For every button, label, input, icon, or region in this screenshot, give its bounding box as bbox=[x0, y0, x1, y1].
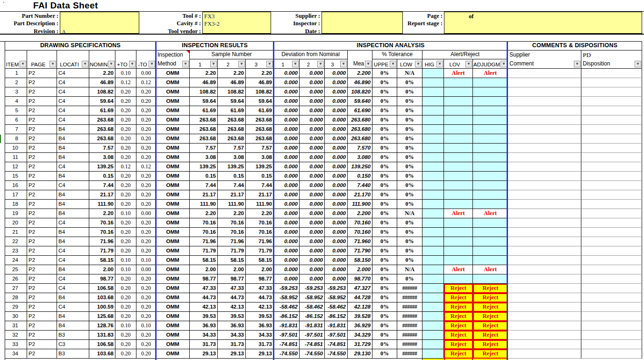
cell-method[interactable]: OMM bbox=[156, 115, 190, 125]
cell-sample-1[interactable]: 59.64 bbox=[190, 97, 218, 106]
cell-sample-3[interactable]: 139.25 bbox=[246, 162, 274, 172]
cell-deviation-1[interactable]: 0.000 bbox=[274, 228, 300, 237]
cell-adjudgement[interactable] bbox=[473, 125, 508, 134]
cell-minus-tol[interactable]: 0.20 bbox=[136, 218, 156, 228]
cell-method[interactable]: OMM bbox=[156, 69, 190, 78]
cell-deviation-1[interactable]: 0.000 bbox=[274, 265, 300, 274]
cell-upper-tolerance[interactable]: 0% bbox=[372, 125, 397, 134]
cell-deviation-1[interactable]: 0.000 bbox=[274, 218, 300, 228]
cell-plus-tol[interactable]: 0.20 bbox=[115, 228, 136, 237]
cell-plus-tol[interactable]: 0.20 bbox=[115, 331, 136, 340]
cell-page[interactable]: P2 bbox=[27, 153, 57, 162]
cell-adjudgement[interactable] bbox=[473, 246, 508, 256]
cell-mean[interactable]: 70.160 bbox=[348, 218, 372, 228]
cell-low[interactable] bbox=[444, 97, 473, 106]
cell-location[interactable]: B3 bbox=[57, 349, 89, 359]
cell-sample-2[interactable]: 46.89 bbox=[218, 78, 246, 87]
cell-sample-2[interactable]: 2.20 bbox=[218, 209, 246, 218]
cell-deviation-2[interactable]: 0.000 bbox=[300, 134, 325, 144]
cell-upper-tolerance[interactable]: 0% bbox=[372, 246, 397, 256]
cell-upper-tolerance[interactable]: 0% bbox=[372, 134, 397, 144]
cell-page[interactable]: P2 bbox=[27, 69, 57, 78]
cell-mean[interactable]: 263.680 bbox=[348, 125, 372, 134]
cell-sample-1[interactable]: 34.33 bbox=[190, 331, 218, 340]
cell-minus-tol[interactable]: 0.20 bbox=[136, 172, 156, 181]
cell-pd-disposition[interactable] bbox=[581, 312, 642, 321]
cell-upper-tolerance[interactable]: 0% bbox=[372, 209, 397, 218]
cell-low[interactable]: Reject bbox=[444, 331, 473, 340]
cell-pd-disposition[interactable] bbox=[581, 209, 642, 218]
cell-adjudgement[interactable]: Reject bbox=[473, 331, 508, 340]
cell-deviation-2[interactable]: -58.952 bbox=[300, 293, 325, 302]
cell-low[interactable] bbox=[444, 144, 473, 153]
cell-low[interactable] bbox=[444, 172, 473, 181]
cell-low[interactable] bbox=[444, 153, 473, 162]
cell-minus-tol[interactable]: 0.00 bbox=[136, 209, 156, 218]
cell-upper-tolerance[interactable]: 0% bbox=[372, 284, 397, 293]
cell-low[interactable] bbox=[444, 162, 473, 172]
cell-adjudgement[interactable] bbox=[473, 153, 508, 162]
cell-pd-disposition[interactable] bbox=[581, 125, 642, 134]
cell-plus-tol[interactable]: 0.10 bbox=[115, 265, 136, 274]
cell-sample-1[interactable]: 139.25 bbox=[190, 162, 218, 172]
filter-dropdown-icon[interactable]: ▼ bbox=[20, 61, 26, 67]
cell-nominal[interactable]: 131.83 bbox=[89, 331, 115, 340]
cell-sample-3[interactable]: 111.90 bbox=[246, 200, 274, 209]
cell-page[interactable]: P2 bbox=[27, 228, 57, 237]
cell-supplier-comment[interactable] bbox=[508, 190, 581, 200]
cell-upper-tolerance[interactable]: 0% bbox=[372, 87, 397, 97]
filter-dropdown-icon[interactable]: ▼ bbox=[50, 61, 56, 67]
cell-deviation-2[interactable]: 0.000 bbox=[300, 228, 325, 237]
cell-low[interactable] bbox=[444, 256, 473, 265]
cell-minus-tol[interactable]: 0.20 bbox=[136, 331, 156, 340]
cell-nominal[interactable]: 111.90 bbox=[89, 200, 115, 209]
cell-supplier-comment[interactable] bbox=[508, 134, 581, 144]
cell-lower-tolerance[interactable]: 0% bbox=[397, 218, 422, 228]
cell-item[interactable]: 32 bbox=[5, 331, 27, 340]
cell-low[interactable]: Alert bbox=[444, 69, 473, 78]
cell-minus-tol[interactable]: 0.20 bbox=[136, 302, 156, 312]
cell-high[interactable] bbox=[422, 209, 444, 218]
cell-minus-tol[interactable]: 0.20 bbox=[136, 246, 156, 256]
cell-deviation-3[interactable]: 0.000 bbox=[325, 228, 348, 237]
cell-sample-3[interactable]: 98.77 bbox=[246, 274, 274, 284]
cell-sample-3[interactable]: 3.08 bbox=[246, 153, 274, 162]
cell-location[interactable]: C4 bbox=[57, 115, 89, 125]
cell-deviation-2[interactable]: 0.000 bbox=[300, 106, 325, 115]
cell-page[interactable]: P2 bbox=[27, 340, 57, 349]
cell-method[interactable]: OMM bbox=[156, 246, 190, 256]
cell-method[interactable]: OMM bbox=[156, 125, 190, 134]
cell-upper-tolerance[interactable]: 0% bbox=[372, 190, 397, 200]
cell-sample-3[interactable]: 36.93 bbox=[246, 321, 274, 331]
cell-low[interactable] bbox=[444, 181, 473, 190]
cell-mean[interactable]: 47.327 bbox=[348, 284, 372, 293]
cell-adjudgement[interactable] bbox=[473, 106, 508, 115]
cell-pd-disposition[interactable] bbox=[581, 331, 642, 340]
cell-upper-tolerance[interactable]: 0% bbox=[372, 302, 397, 312]
cell-sample-1[interactable]: 61.69 bbox=[190, 106, 218, 115]
cell-upper-tolerance[interactable]: 0% bbox=[372, 293, 397, 302]
cell-deviation-3[interactable]: 0.000 bbox=[325, 265, 348, 274]
cell-mean[interactable]: 2.200 bbox=[348, 69, 372, 78]
cell-nominal[interactable]: 128.76 bbox=[89, 321, 115, 331]
cell-sample-2[interactable]: 71.96 bbox=[218, 237, 246, 246]
cell-mean[interactable]: 263.680 bbox=[348, 134, 372, 144]
cell-method[interactable]: OMM bbox=[156, 134, 190, 144]
cell-method[interactable]: OMM bbox=[156, 256, 190, 265]
cell-minus-tol[interactable]: 0.20 bbox=[136, 125, 156, 134]
cell-location[interactable]: C4 bbox=[57, 78, 89, 87]
cell-deviation-2[interactable]: -59.253 bbox=[300, 284, 325, 293]
cell-location[interactable]: C4 bbox=[57, 246, 89, 256]
cell-supplier-comment[interactable] bbox=[508, 115, 581, 125]
cell-sample-1[interactable]: 0.15 bbox=[190, 172, 218, 181]
cell-page[interactable]: P2 bbox=[27, 200, 57, 209]
cell-deviation-1[interactable]: -74.851 bbox=[274, 340, 300, 349]
cell-deviation-1[interactable]: 0.000 bbox=[274, 125, 300, 134]
cell-lower-tolerance[interactable]: 0% bbox=[397, 256, 422, 265]
cell-nominal[interactable]: 2.20 bbox=[89, 69, 115, 78]
filter-dropdown-icon[interactable]: ▼ bbox=[210, 61, 217, 67]
cell-pd-disposition[interactable] bbox=[581, 293, 642, 302]
cell-item[interactable]: 15 bbox=[5, 172, 27, 181]
cell-adjudgement[interactable] bbox=[473, 256, 508, 265]
cell-high[interactable] bbox=[422, 115, 444, 125]
